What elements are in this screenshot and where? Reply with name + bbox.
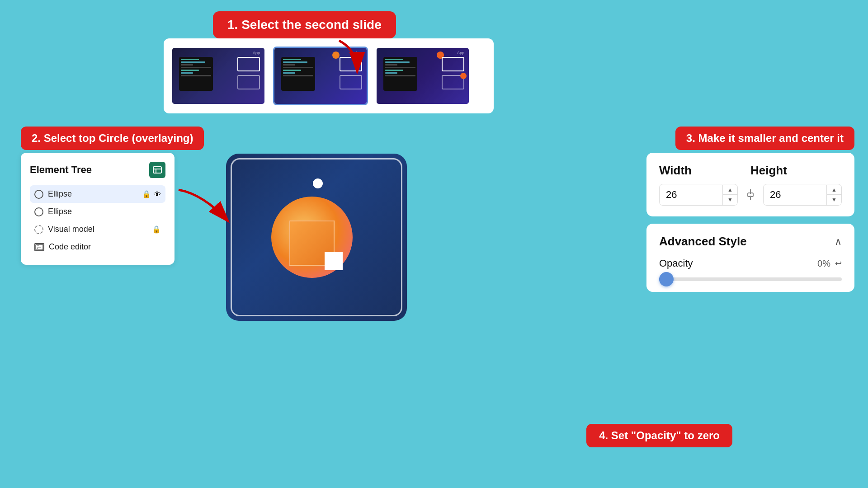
step2-instruction-bubble: 2. Select top Circle (overlaying) [21, 127, 204, 150]
slide-2[interactable]: App [273, 47, 368, 105]
dimension-link-icon[interactable] [743, 188, 758, 202]
width-input-group[interactable]: 26 ▲ ▼ [659, 184, 738, 206]
height-spinner-down[interactable]: ▼ [827, 195, 841, 205]
chevron-up-icon[interactable]: ∧ [835, 236, 842, 248]
slide2-app-label: App [355, 51, 362, 55]
opacity-value: 0% [817, 258, 830, 269]
eye-icon: 👁 [154, 190, 161, 198]
step4-instruction-bubble: 4. Set "Opacity" to zero [586, 424, 732, 447]
tree-row-ellipse1-icons: 🔒 👁 [142, 190, 161, 198]
element-tree-panel: Element Tree Ellipse 🔒 👁 Ellipse Visual … [21, 153, 175, 265]
white-square[interactable] [325, 252, 343, 270]
dimension-panel: Width Height 26 ▲ ▼ 26 ▲ ▼ [646, 153, 854, 216]
ellipse2-circle-icon [34, 207, 43, 216]
width-spinners[interactable]: ▲ ▼ [722, 185, 737, 205]
slide1-app-label: App [253, 51, 260, 55]
tree-row-ellipse1-label: Ellipse [48, 189, 137, 199]
tree-row-code-editor-label: Code editor [49, 242, 161, 252]
height-spinner-up[interactable]: ▲ [827, 185, 841, 195]
svg-rect-0 [153, 167, 161, 173]
tree-row-visual-icons: 🔒 [152, 225, 161, 234]
element-tree-title: Element Tree [30, 164, 92, 176]
width-spinner-up[interactable]: ▲ [723, 185, 737, 195]
opacity-slider-thumb[interactable] [659, 272, 674, 286]
height-input-group[interactable]: 26 ▲ ▼ [763, 184, 842, 206]
tree-row-ellipse-2[interactable]: Ellipse [30, 203, 165, 221]
height-spinners[interactable]: ▲ ▼ [826, 185, 841, 205]
width-spinner-down[interactable]: ▼ [723, 195, 737, 205]
opacity-reset-icon[interactable]: ↩ [835, 258, 842, 268]
visual-model-icon [34, 225, 43, 234]
advanced-style-title: Advanced Style [659, 235, 747, 249]
opacity-label: Opacity [659, 258, 693, 269]
tree-row-code-editor[interactable]: Code editor [30, 238, 165, 256]
slide-3[interactable]: App [375, 47, 470, 105]
lock-icon-2: 🔒 [152, 225, 161, 234]
slide2-editor [281, 57, 315, 91]
tree-toggle-button[interactable] [149, 162, 165, 178]
slide2-orange-dot [332, 52, 340, 59]
slide3-app-label: App [457, 51, 464, 55]
slide3-editor [383, 57, 417, 91]
tree-row-visual-model[interactable]: Visual model 🔒 [30, 221, 165, 238]
width-value: 26 [660, 184, 722, 205]
ellipse1-circle-icon [34, 190, 43, 199]
lock-icon: 🔒 [142, 190, 151, 198]
slides-panel: App App [164, 38, 494, 113]
advanced-style-panel: Advanced Style ∧ Opacity 0% ↩ [646, 224, 854, 292]
slide1-editor [179, 57, 213, 91]
code-editor-icon [34, 243, 44, 251]
opacity-row: Opacity 0% ↩ [659, 258, 842, 269]
tree-row-ellipse2-label: Ellipse [48, 207, 161, 216]
step1-instruction-bubble: 1. Select the second slide [213, 11, 396, 38]
white-dot-top[interactable] [313, 178, 323, 188]
slide3-components [442, 57, 464, 89]
element-tree-header: Element Tree [30, 162, 165, 178]
step3-instruction-bubble: 3. Make it smaller and center it [675, 127, 854, 150]
canvas-card [226, 154, 407, 321]
opacity-slider-track[interactable] [659, 277, 842, 281]
canvas-area [226, 154, 407, 325]
tree-row-visual-model-label: Visual model [48, 225, 147, 234]
height-value: 26 [764, 184, 826, 205]
slide-1[interactable]: App [171, 47, 266, 105]
tree-row-ellipse-1[interactable]: Ellipse 🔒 👁 [30, 185, 165, 203]
width-header-label: Width [659, 164, 750, 178]
height-header-label: Height [750, 164, 842, 178]
right-panel: Width Height 26 ▲ ▼ 26 ▲ ▼ [646, 153, 854, 292]
advanced-style-header: Advanced Style ∧ [659, 235, 842, 249]
opacity-value-group: 0% ↩ [817, 258, 842, 269]
slide2-components [340, 57, 362, 89]
slide1-components [237, 57, 260, 89]
